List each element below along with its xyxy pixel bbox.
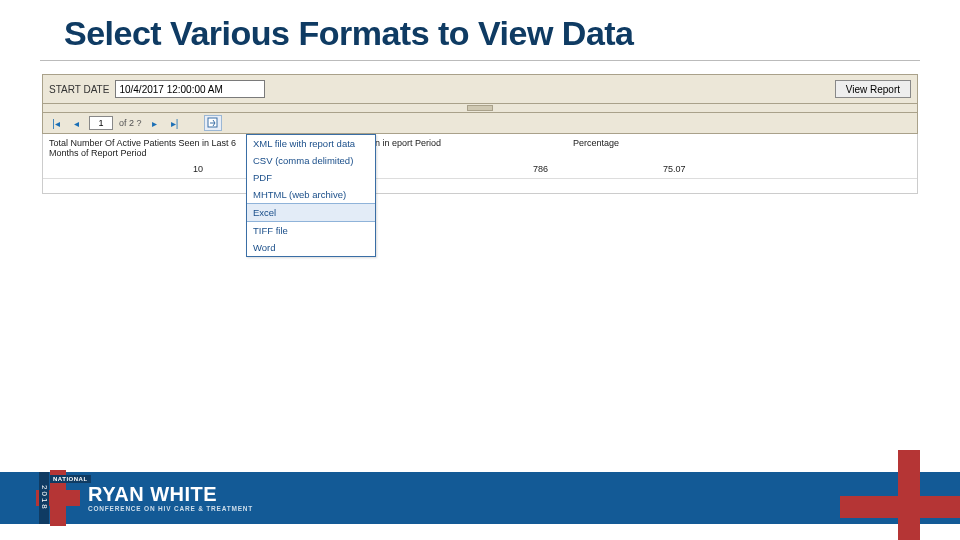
export-icon xyxy=(207,117,219,129)
cell-value-3: 75.07 xyxy=(663,164,686,174)
logo-year: 2018 xyxy=(39,472,49,524)
export-option-xml-file-with-report-data[interactable]: XML file with report data xyxy=(247,135,375,152)
export-option-pdf[interactable]: PDF xyxy=(247,169,375,186)
footer-logo: 2018 NATIONAL RYAN WHITE CONFERENCE ON H… xyxy=(36,470,253,526)
last-page-button[interactable]: ▸| xyxy=(168,116,182,130)
logo-cross-icon: 2018 NATIONAL xyxy=(36,470,80,526)
cell-value-1: 10 xyxy=(193,164,203,174)
slide-title: Select Various Formats to View Data xyxy=(64,14,634,53)
logo-line2: CONFERENCE ON HIV CARE & TREATMENT xyxy=(88,506,253,513)
page-of-label: of 2 ? xyxy=(119,118,142,128)
footer-accent-cross xyxy=(810,450,960,540)
start-date-input[interactable] xyxy=(115,80,265,98)
param-label-start-date: START DATE xyxy=(49,84,109,95)
logo-national-badge: NATIONAL xyxy=(50,475,91,483)
next-page-button[interactable]: ▸ xyxy=(148,116,162,130)
page-number-input[interactable] xyxy=(89,116,113,130)
param-splitter[interactable] xyxy=(42,104,918,112)
first-page-button[interactable]: |◂ xyxy=(49,116,63,130)
export-option-excel[interactable]: Excel xyxy=(247,203,375,222)
export-option-word[interactable]: Word xyxy=(247,239,375,256)
view-report-button[interactable]: View Report xyxy=(835,80,911,98)
row-divider xyxy=(43,178,917,179)
title-underline xyxy=(40,60,920,61)
column-header-3: Percentage xyxy=(573,138,693,148)
report-toolbar: |◂ ◂ of 2 ? ▸ ▸| xyxy=(42,112,918,134)
param-bar: START DATE View Report xyxy=(42,74,918,104)
splitter-handle-icon xyxy=(467,105,493,111)
cell-value-2: 786 xyxy=(533,164,548,174)
export-format-menu: XML file with report dataCSV (comma deli… xyxy=(246,134,376,257)
export-option-csv-comma-delimited-[interactable]: CSV (comma delimited) xyxy=(247,152,375,169)
report-viewer: START DATE View Report |◂ ◂ of 2 ? ▸ ▸| xyxy=(42,74,918,194)
export-option-tiff-file[interactable]: TIFF file xyxy=(247,222,375,239)
prev-page-button[interactable]: ◂ xyxy=(69,116,83,130)
report-body: Total Number Of Active Patients Seen in … xyxy=(42,134,918,194)
export-button[interactable] xyxy=(204,115,222,131)
column-header-1: Total Number Of Active Patients Seen in … xyxy=(49,138,249,158)
logo-line1: RYAN WHITE xyxy=(88,484,253,504)
export-option-mhtml-web-archive-[interactable]: MHTML (web archive) xyxy=(247,186,375,203)
